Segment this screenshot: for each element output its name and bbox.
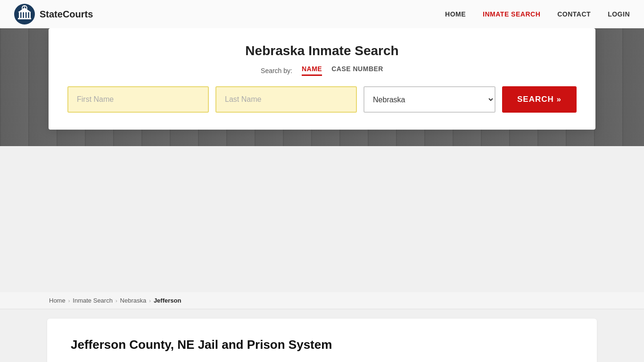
search-title: Nebraska Inmate Search (67, 43, 577, 58)
last-name-input[interactable] (215, 86, 357, 113)
logo-text: StateCourts (40, 9, 93, 20)
search-by-label: Search by: (261, 67, 292, 74)
state-select[interactable]: Nebraska Alabama Alaska Arizona Californ… (363, 86, 495, 113)
breadcrumb-sep-1: › (68, 298, 70, 304)
search-by-row: Search by: NAME CASE NUMBER (67, 65, 577, 76)
breadcrumb: Home › Inmate Search › Nebraska › Jeffer… (0, 292, 644, 309)
hero-section: COURTHOUSE StateCourts (0, 0, 644, 146)
search-tab-name[interactable]: NAME (302, 65, 322, 76)
breadcrumb-sep-3: › (149, 298, 151, 304)
logo-link[interactable]: StateCourts (14, 4, 93, 25)
logo-icon (14, 4, 35, 25)
breadcrumb-current: Jefferson (154, 297, 182, 304)
svg-rect-6 (18, 18, 31, 19)
navbar: StateCourts HOME INMATE SEARCH CONTACT L… (0, 0, 644, 28)
nav-menu: HOME INMATE SEARCH CONTACT LOGIN (445, 10, 630, 18)
breadcrumb-inmate-search[interactable]: Inmate Search (73, 297, 113, 304)
breadcrumb-nebraska[interactable]: Nebraska (120, 297, 147, 304)
search-inputs-row: Nebraska Alabama Alaska Arizona Californ… (67, 86, 577, 113)
svg-rect-5 (29, 12, 31, 19)
nav-login[interactable]: LOGIN (608, 10, 630, 18)
svg-rect-2 (22, 12, 23, 19)
county-title: Jefferson County, NE Jail and Prison Sys… (71, 337, 573, 352)
search-button[interactable]: SEARCH » (502, 86, 577, 113)
main-content: Jefferson County, NE Jail and Prison Sys… (47, 319, 597, 362)
first-name-input[interactable] (67, 86, 209, 113)
search-card: Nebraska Inmate Search Search by: NAME C… (49, 28, 595, 130)
svg-rect-4 (27, 12, 28, 19)
search-tab-case[interactable]: CASE NUMBER (331, 65, 383, 76)
svg-rect-3 (24, 12, 25, 19)
nav-contact[interactable]: CONTACT (557, 10, 591, 18)
breadcrumb-sep-2: › (116, 298, 117, 304)
nav-inmate-search[interactable]: INMATE SEARCH (483, 10, 540, 18)
nav-home[interactable]: HOME (445, 10, 466, 18)
svg-rect-1 (19, 12, 20, 19)
breadcrumb-home[interactable]: Home (49, 297, 66, 304)
